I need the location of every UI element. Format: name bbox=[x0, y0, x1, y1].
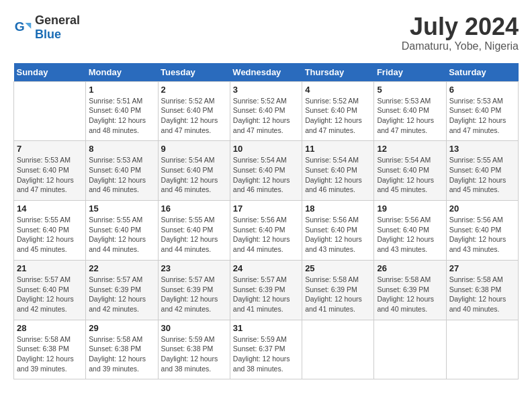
day-info: Sunrise: 5:52 AM Sunset: 6:40 PM Dayligh… bbox=[161, 96, 227, 136]
day-number: 28 bbox=[17, 323, 83, 333]
day-number: 20 bbox=[449, 203, 515, 214]
day-info: Sunrise: 5:58 AM Sunset: 6:38 PM Dayligh… bbox=[17, 334, 83, 374]
calendar-cell: 6Sunrise: 5:53 AM Sunset: 6:40 PM Daylig… bbox=[446, 81, 518, 141]
calendar-cell: 21Sunrise: 5:57 AM Sunset: 6:40 PM Dayli… bbox=[14, 260, 86, 320]
day-info: Sunrise: 5:54 AM Sunset: 6:40 PM Dayligh… bbox=[233, 155, 299, 195]
header: G General Blue July 2024 Damaturu, Yobe,… bbox=[13, 13, 519, 52]
calendar-cell: 17Sunrise: 5:56 AM Sunset: 6:40 PM Dayli… bbox=[230, 201, 302, 261]
calendar-cell: 4Sunrise: 5:52 AM Sunset: 6:40 PM Daylig… bbox=[302, 81, 374, 141]
calendar-cell: 31Sunrise: 5:59 AM Sunset: 6:37 PM Dayli… bbox=[230, 320, 302, 379]
day-info: Sunrise: 5:54 AM Sunset: 6:40 PM Dayligh… bbox=[305, 155, 371, 195]
day-number: 14 bbox=[17, 203, 83, 214]
day-number: 11 bbox=[305, 144, 371, 154]
calendar-cell: 26Sunrise: 5:58 AM Sunset: 6:39 PM Dayli… bbox=[374, 260, 446, 320]
calendar-cell: 15Sunrise: 5:55 AM Sunset: 6:40 PM Dayli… bbox=[86, 201, 158, 261]
calendar-cell: 8Sunrise: 5:53 AM Sunset: 6:40 PM Daylig… bbox=[86, 141, 158, 201]
day-info: Sunrise: 5:57 AM Sunset: 6:39 PM Dayligh… bbox=[89, 275, 154, 314]
day-number: 1 bbox=[89, 85, 154, 95]
day-number: 10 bbox=[233, 144, 299, 154]
day-info: Sunrise: 5:55 AM Sunset: 6:40 PM Dayligh… bbox=[161, 215, 227, 255]
day-number: 30 bbox=[161, 323, 227, 333]
day-info: Sunrise: 5:55 AM Sunset: 6:40 PM Dayligh… bbox=[449, 155, 515, 195]
weekday-header-sunday: Sunday bbox=[14, 63, 86, 82]
week-row-5: 28Sunrise: 5:58 AM Sunset: 6:38 PM Dayli… bbox=[14, 320, 519, 379]
calendar-cell: 25Sunrise: 5:58 AM Sunset: 6:39 PM Dayli… bbox=[302, 260, 374, 320]
calendar-cell bbox=[302, 320, 374, 379]
calendar-cell: 28Sunrise: 5:58 AM Sunset: 6:38 PM Dayli… bbox=[14, 320, 86, 379]
day-info: Sunrise: 5:59 AM Sunset: 6:37 PM Dayligh… bbox=[233, 334, 299, 374]
day-number: 8 bbox=[89, 144, 154, 154]
calendar-cell: 24Sunrise: 5:57 AM Sunset: 6:39 PM Dayli… bbox=[230, 260, 302, 320]
day-number: 23 bbox=[161, 263, 227, 273]
day-number: 2 bbox=[161, 85, 227, 95]
weekday-header-row: SundayMondayTuesdayWednesdayThursdayFrid… bbox=[14, 63, 519, 82]
day-info: Sunrise: 5:53 AM Sunset: 6:40 PM Dayligh… bbox=[449, 96, 515, 136]
day-info: Sunrise: 5:56 AM Sunset: 6:40 PM Dayligh… bbox=[305, 215, 371, 255]
svg-text:G: G bbox=[15, 19, 25, 34]
day-number: 26 bbox=[377, 263, 443, 273]
month-year: July 2024 bbox=[402, 13, 519, 40]
day-info: Sunrise: 5:58 AM Sunset: 6:38 PM Dayligh… bbox=[89, 334, 154, 374]
calendar-cell bbox=[14, 81, 86, 141]
day-number: 6 bbox=[449, 85, 515, 95]
day-info: Sunrise: 5:56 AM Sunset: 6:40 PM Dayligh… bbox=[377, 215, 443, 255]
day-info: Sunrise: 5:53 AM Sunset: 6:40 PM Dayligh… bbox=[377, 96, 443, 136]
day-info: Sunrise: 5:52 AM Sunset: 6:40 PM Dayligh… bbox=[305, 96, 371, 136]
calendar-cell: 12Sunrise: 5:54 AM Sunset: 6:40 PM Dayli… bbox=[374, 141, 446, 201]
day-info: Sunrise: 5:58 AM Sunset: 6:38 PM Dayligh… bbox=[449, 275, 515, 314]
calendar-cell: 14Sunrise: 5:55 AM Sunset: 6:40 PM Dayli… bbox=[14, 201, 86, 261]
logo: G General Blue bbox=[13, 13, 80, 42]
day-number: 21 bbox=[17, 263, 83, 273]
day-info: Sunrise: 5:53 AM Sunset: 6:40 PM Dayligh… bbox=[17, 155, 83, 195]
calendar-cell: 2Sunrise: 5:52 AM Sunset: 6:40 PM Daylig… bbox=[158, 81, 230, 141]
week-row-1: 1Sunrise: 5:51 AM Sunset: 6:40 PM Daylig… bbox=[14, 81, 519, 141]
calendar-cell: 13Sunrise: 5:55 AM Sunset: 6:40 PM Dayli… bbox=[446, 141, 518, 201]
weekday-header-thursday: Thursday bbox=[302, 63, 374, 82]
day-number: 16 bbox=[161, 203, 227, 214]
week-row-3: 14Sunrise: 5:55 AM Sunset: 6:40 PM Dayli… bbox=[14, 201, 519, 261]
calendar-cell bbox=[374, 320, 446, 379]
day-info: Sunrise: 5:55 AM Sunset: 6:40 PM Dayligh… bbox=[17, 215, 83, 255]
calendar-cell: 23Sunrise: 5:57 AM Sunset: 6:39 PM Dayli… bbox=[158, 260, 230, 320]
day-number: 12 bbox=[377, 144, 443, 154]
calendar-cell: 1Sunrise: 5:51 AM Sunset: 6:40 PM Daylig… bbox=[86, 81, 158, 141]
day-info: Sunrise: 5:57 AM Sunset: 6:40 PM Dayligh… bbox=[17, 275, 83, 314]
calendar-cell: 10Sunrise: 5:54 AM Sunset: 6:40 PM Dayli… bbox=[230, 141, 302, 201]
day-info: Sunrise: 5:59 AM Sunset: 6:38 PM Dayligh… bbox=[161, 334, 227, 374]
weekday-header-tuesday: Tuesday bbox=[158, 63, 230, 82]
weekday-header-saturday: Saturday bbox=[446, 63, 518, 82]
day-number: 15 bbox=[89, 203, 154, 214]
calendar-cell: 5Sunrise: 5:53 AM Sunset: 6:40 PM Daylig… bbox=[374, 81, 446, 141]
calendar-cell: 29Sunrise: 5:58 AM Sunset: 6:38 PM Dayli… bbox=[86, 320, 158, 379]
day-number: 7 bbox=[17, 144, 83, 154]
svg-marker-1 bbox=[26, 23, 32, 29]
day-number: 3 bbox=[233, 85, 299, 95]
day-info: Sunrise: 5:54 AM Sunset: 6:40 PM Dayligh… bbox=[161, 155, 227, 195]
day-info: Sunrise: 5:52 AM Sunset: 6:40 PM Dayligh… bbox=[233, 96, 299, 136]
day-info: Sunrise: 5:58 AM Sunset: 6:39 PM Dayligh… bbox=[305, 275, 371, 314]
day-number: 19 bbox=[377, 203, 443, 214]
logo-icon: G bbox=[13, 18, 32, 37]
title-area: July 2024 Damaturu, Yobe, Nigeria bbox=[402, 13, 519, 52]
calendar-cell: 20Sunrise: 5:56 AM Sunset: 6:40 PM Dayli… bbox=[446, 201, 518, 261]
weekday-header-monday: Monday bbox=[86, 63, 158, 82]
day-info: Sunrise: 5:57 AM Sunset: 6:39 PM Dayligh… bbox=[233, 275, 299, 314]
week-row-4: 21Sunrise: 5:57 AM Sunset: 6:40 PM Dayli… bbox=[14, 260, 519, 320]
day-info: Sunrise: 5:53 AM Sunset: 6:40 PM Dayligh… bbox=[89, 155, 154, 195]
day-number: 17 bbox=[233, 203, 299, 214]
weekday-header-wednesday: Wednesday bbox=[230, 63, 302, 82]
calendar-cell: 19Sunrise: 5:56 AM Sunset: 6:40 PM Dayli… bbox=[374, 201, 446, 261]
calendar-cell: 30Sunrise: 5:59 AM Sunset: 6:38 PM Dayli… bbox=[158, 320, 230, 379]
weekday-header-friday: Friday bbox=[374, 63, 446, 82]
day-number: 18 bbox=[305, 203, 371, 214]
calendar-cell: 11Sunrise: 5:54 AM Sunset: 6:40 PM Dayli… bbox=[302, 141, 374, 201]
week-row-2: 7Sunrise: 5:53 AM Sunset: 6:40 PM Daylig… bbox=[14, 141, 519, 201]
location: Damaturu, Yobe, Nigeria bbox=[402, 40, 519, 52]
day-info: Sunrise: 5:58 AM Sunset: 6:39 PM Dayligh… bbox=[377, 275, 443, 314]
day-info: Sunrise: 5:56 AM Sunset: 6:40 PM Dayligh… bbox=[233, 215, 299, 255]
day-number: 27 bbox=[449, 263, 515, 273]
day-info: Sunrise: 5:54 AM Sunset: 6:40 PM Dayligh… bbox=[377, 155, 443, 195]
day-number: 31 bbox=[233, 323, 299, 333]
logo-blue: Blue bbox=[35, 28, 61, 41]
day-info: Sunrise: 5:55 AM Sunset: 6:40 PM Dayligh… bbox=[89, 215, 154, 255]
